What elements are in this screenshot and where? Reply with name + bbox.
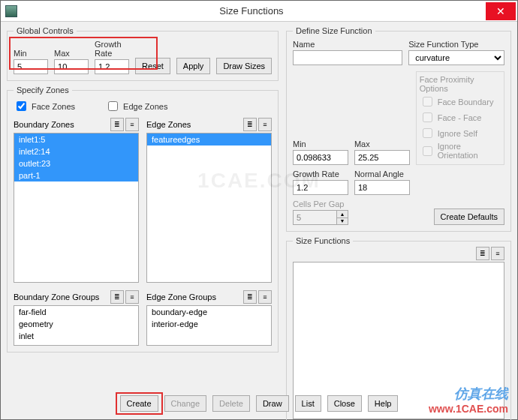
bottom-buttons: Create Change Delete Draw List Close Hel…: [1, 395, 517, 412]
type-select[interactable]: curvature: [408, 50, 504, 65]
edge-zones-checkbox[interactable]: Edge Zones: [105, 99, 167, 113]
sf-list-legend: Size Functions: [293, 236, 353, 245]
delete-button: Delete: [212, 395, 250, 412]
edge-zones-label: Edge Zones: [146, 120, 191, 129]
reset-button[interactable]: Reset: [135, 58, 170, 74]
sf-max-label: Max: [354, 140, 410, 148]
size-functions-list-group: Size Functions ≣ ≡: [286, 236, 511, 420]
specify-zones-legend: Specify Zones: [14, 86, 72, 94]
face-zones-checkbox[interactable]: Face Zones: [14, 99, 75, 113]
bz-select-all-icon[interactable]: ≣: [110, 118, 124, 131]
titlebar: Size Functions ✕: [1, 1, 517, 22]
draw-button[interactable]: Draw: [256, 395, 289, 412]
fp-ignore-self: Ignore Self: [420, 126, 501, 140]
ez-select-all-icon[interactable]: ≣: [243, 118, 257, 131]
boundary-groups-list[interactable]: far-fieldgeometryinlet: [14, 305, 139, 346]
list-item[interactable]: geometry: [14, 318, 138, 330]
edge-groups-list[interactable]: boundary-edgeinterior-edge: [146, 305, 272, 346]
max-label: Max: [54, 49, 89, 58]
bzg-select-none-icon[interactable]: ≡: [125, 290, 139, 304]
sf-normal-label: Normal Angle: [354, 170, 410, 178]
list-item[interactable]: boundary-edge: [147, 306, 271, 318]
ezg-select-all-icon[interactable]: ≣: [243, 290, 257, 304]
draw-sizes-button[interactable]: Draw Sizes: [216, 58, 272, 74]
list-item[interactable]: outlet:23: [14, 158, 138, 170]
sf-select-none-icon[interactable]: ≡: [491, 247, 504, 260]
edge-zones-list[interactable]: featureedges: [146, 133, 272, 283]
edge-groups-label: Edge Zone Groups: [146, 292, 216, 302]
max-input[interactable]: [54, 59, 89, 74]
spinner-up-icon: ▲: [336, 210, 348, 218]
list-button[interactable]: List: [295, 395, 321, 412]
global-controls-group: Global Controls Min Max Growth Rate: [7, 26, 279, 81]
window-title: Size Functions: [17, 5, 486, 16]
define-size-function-group: Define Size Function Name Size Function …: [286, 26, 511, 232]
close-button[interactable]: Close: [327, 395, 362, 412]
fp-face-face: Face - Face: [420, 110, 501, 124]
cells-gap-input: [293, 210, 336, 225]
growth-label: Growth Rate: [95, 40, 129, 58]
cells-gap-label: Cells Per Gap: [293, 200, 348, 208]
change-button: Change: [164, 395, 207, 412]
type-label: Size Function Type: [408, 40, 504, 49]
specify-zones-group: Specify Zones Face Zones Edge Zones: [7, 86, 279, 352]
list-item[interactable]: inlet1:5: [14, 134, 138, 146]
sf-growth-input[interactable]: [293, 180, 348, 195]
global-controls-legend: Global Controls: [14, 26, 77, 35]
close-icon[interactable]: ✕: [486, 2, 516, 20]
sf-min-label: Min: [293, 140, 348, 148]
sf-normal-input[interactable]: [354, 180, 410, 195]
fp-ignore-orient: Ignore Orientation: [420, 142, 501, 160]
ez-select-none-icon[interactable]: ≡: [258, 118, 272, 131]
boundary-groups-label: Boundary Zone Groups: [14, 292, 99, 302]
define-sf-legend: Define Size Function: [293, 26, 375, 35]
sf-select-all-icon[interactable]: ≣: [476, 247, 489, 260]
face-proximity-options: Face Proximity Options Face Boundary Fac…: [416, 71, 504, 165]
bzg-select-all-icon[interactable]: ≣: [110, 290, 124, 304]
min-label: Min: [14, 49, 48, 58]
list-item[interactable]: interior-edge: [147, 318, 271, 330]
list-item[interactable]: part-1: [14, 170, 138, 182]
boundary-zones-label: Boundary Zones: [14, 120, 74, 129]
face-zones-check[interactable]: [17, 101, 26, 111]
sf-max-input[interactable]: [354, 150, 410, 165]
bz-select-none-icon[interactable]: ≡: [125, 118, 139, 131]
list-item[interactable]: featureedges: [147, 134, 271, 146]
sf-growth-label: Growth Rate: [293, 170, 348, 178]
app-icon: [5, 5, 17, 17]
create-button[interactable]: Create: [120, 395, 158, 412]
window: Size Functions ✕ Global Controls Min Max: [0, 0, 518, 420]
growth-input[interactable]: [95, 59, 129, 74]
sf-min-input[interactable]: [293, 150, 348, 165]
apply-button[interactable]: Apply: [176, 58, 211, 74]
edge-zones-check[interactable]: [108, 101, 118, 111]
spinner-down-icon: ▼: [336, 218, 348, 226]
min-input[interactable]: [14, 59, 48, 74]
fp-face-boundary: Face Boundary: [420, 94, 501, 109]
list-item[interactable]: far-field: [14, 306, 138, 318]
boundary-zones-list[interactable]: inlet1:5inlet2:14outlet:23part-1: [14, 133, 139, 283]
name-input[interactable]: [293, 50, 402, 65]
ezg-select-none-icon[interactable]: ≡: [258, 290, 272, 304]
help-button[interactable]: Help: [368, 395, 399, 412]
list-item[interactable]: inlet2:14: [14, 146, 138, 158]
create-defaults-button[interactable]: Create Defaults: [434, 208, 504, 225]
name-label: Name: [293, 40, 402, 49]
list-item[interactable]: inlet: [14, 330, 138, 342]
